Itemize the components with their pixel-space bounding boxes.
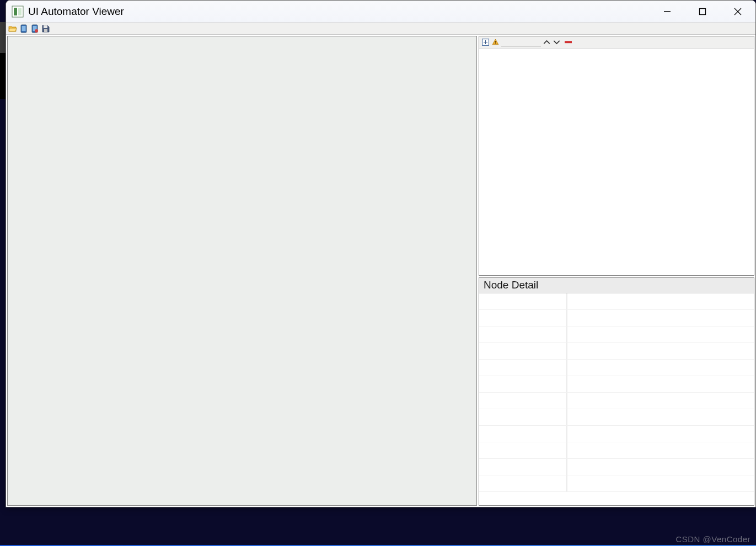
- table-row[interactable]: [479, 360, 754, 376]
- tree-body[interactable]: [479, 49, 754, 275]
- clear-icon: [565, 40, 572, 45]
- detail-key: [479, 293, 567, 309]
- window-title: UI Automator Viewer: [28, 6, 124, 18]
- svg-rect-12: [44, 25, 47, 28]
- device-screenshot-compressed-button[interactable]: [30, 24, 39, 33]
- node-detail-grid: [479, 293, 754, 505]
- main-toolbar: [6, 23, 755, 35]
- maximize-icon: [699, 8, 706, 15]
- search-next-button[interactable]: [553, 39, 560, 46]
- svg-rect-1: [14, 8, 17, 15]
- detail-value: [567, 293, 754, 309]
- svg-rect-13: [44, 29, 47, 32]
- detail-key: [479, 310, 567, 326]
- screenshot-pane[interactable]: [7, 36, 477, 506]
- app-icon: [12, 6, 24, 18]
- table-row[interactable]: [479, 459, 754, 475]
- close-icon: [734, 8, 742, 15]
- window-controls: [650, 1, 755, 22]
- detail-value: [567, 376, 754, 392]
- chevron-up-icon: [543, 39, 550, 46]
- device-screenshot-button[interactable]: [19, 24, 28, 33]
- detail-value: [567, 475, 754, 491]
- node-detail-header: Node Detail: [479, 278, 754, 293]
- detail-value: [567, 360, 754, 376]
- titlebar[interactable]: UI Automator Viewer: [6, 1, 755, 23]
- table-row[interactable]: [479, 409, 754, 426]
- right-pane: Node Detail: [479, 36, 754, 506]
- svg-rect-2: [18, 8, 22, 15]
- detail-key: [479, 393, 567, 409]
- minimize-icon: [663, 8, 671, 15]
- svg-rect-4: [700, 8, 706, 14]
- svg-rect-19: [565, 41, 572, 43]
- expand-icon: [482, 39, 489, 46]
- clear-search-button[interactable]: [565, 39, 572, 46]
- expand-all-button[interactable]: [482, 39, 489, 46]
- table-row[interactable]: [479, 442, 754, 459]
- content-area: Node Detail: [6, 35, 755, 507]
- hierarchy-pane: [479, 36, 754, 276]
- table-row[interactable]: [479, 343, 754, 360]
- tree-search-input[interactable]: [501, 38, 541, 46]
- save-icon: [41, 24, 50, 33]
- toggle-naf-button[interactable]: [492, 39, 499, 46]
- table-row[interactable]: [479, 376, 754, 393]
- detail-value: [567, 343, 754, 359]
- minimize-button[interactable]: [650, 1, 685, 22]
- detail-key: [479, 426, 567, 442]
- save-button[interactable]: [41, 24, 50, 33]
- detail-key: [479, 343, 567, 359]
- svg-point-11: [35, 29, 38, 33]
- svg-point-18: [495, 44, 496, 45]
- chevron-down-icon: [553, 39, 560, 46]
- table-row[interactable]: [479, 293, 754, 310]
- folder-open-icon: [8, 24, 17, 33]
- detail-key: [479, 475, 567, 491]
- detail-value: [567, 393, 754, 409]
- node-detail-pane: Node Detail: [479, 277, 754, 506]
- warning-icon: [492, 39, 499, 46]
- table-row[interactable]: [479, 393, 754, 409]
- open-button[interactable]: [8, 24, 17, 33]
- detail-value: [567, 409, 754, 425]
- tree-toolbar: [479, 36, 754, 49]
- table-row[interactable]: [479, 475, 754, 492]
- detail-value: [567, 442, 754, 458]
- device-icon: [19, 24, 28, 33]
- detail-value: [567, 459, 754, 475]
- detail-key: [479, 459, 567, 475]
- table-row[interactable]: [479, 426, 754, 442]
- detail-key: [479, 326, 567, 342]
- detail-value: [567, 326, 754, 342]
- device-compressed-icon: [30, 24, 39, 33]
- detail-key: [479, 442, 567, 458]
- close-button[interactable]: [720, 1, 755, 22]
- svg-rect-8: [22, 26, 26, 31]
- watermark: CSDN @VenCoder: [675, 534, 750, 544]
- maximize-button[interactable]: [685, 1, 720, 22]
- table-row[interactable]: [479, 326, 754, 343]
- detail-key: [479, 409, 567, 425]
- detail-key: [479, 360, 567, 376]
- detail-value: [567, 426, 754, 442]
- search-prev-button[interactable]: [543, 39, 550, 46]
- background-edge: [0, 22, 6, 99]
- detail-value: [567, 310, 754, 326]
- app-window: UI Automator Viewer: [6, 0, 756, 507]
- detail-key: [479, 376, 567, 392]
- table-row[interactable]: [479, 310, 754, 326]
